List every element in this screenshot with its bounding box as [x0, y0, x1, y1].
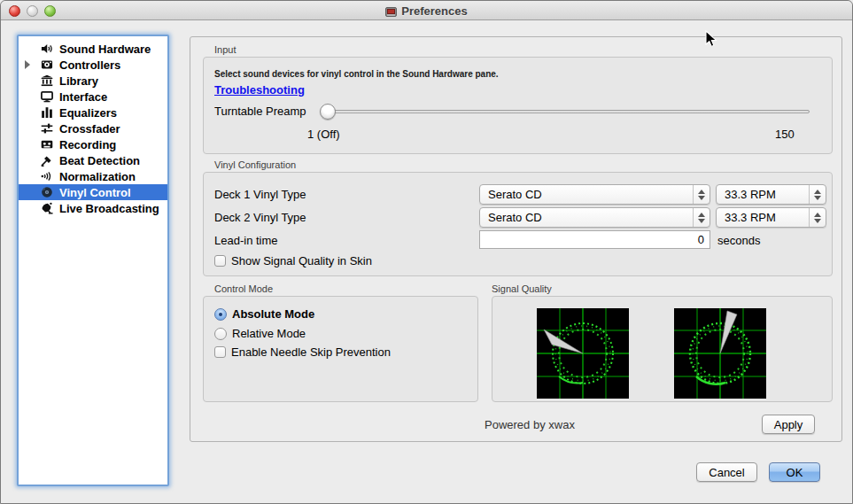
sidebar-item-label: Equalizers [59, 106, 117, 120]
sidebar-item-vinyl-control[interactable]: Vinyl Control [19, 184, 167, 200]
sidebar-item-label: Recording [59, 138, 116, 151]
sidebar-item-sound-hardware[interactable]: Sound Hardware [19, 41, 167, 57]
sidebar-item-controllers[interactable]: Controllers [19, 57, 167, 73]
stepper-arrows-icon [693, 208, 710, 227]
popup-selected-value: 33.3 RPM [725, 188, 776, 201]
deck1-signal-scope [537, 308, 629, 402]
sidebar-item-interface[interactable]: Interface [19, 89, 167, 105]
signal-quality-groupbox [492, 296, 833, 402]
vinyl-record-icon [40, 186, 53, 199]
show-signal-quality-checkbox[interactable] [214, 255, 226, 267]
relative-mode-radio[interactable] [214, 328, 227, 340]
crossfader-icon [40, 122, 53, 136]
title-bar[interactable]: Preferences [1, 1, 852, 20]
stepper-arrows-icon [693, 185, 710, 204]
deck2-vinyl-type-popup[interactable]: Serato CD [479, 207, 710, 228]
needle-skip-checkbox[interactable] [214, 346, 226, 358]
controller-icon [40, 58, 53, 72]
sidebar-item-label: Live Broadcasting [59, 202, 159, 215]
deck1-rpm-popup[interactable]: 33.3 RPM [716, 184, 826, 205]
turntable-preamp-slider[interactable] [321, 110, 810, 113]
stepper-arrows-icon [809, 185, 826, 204]
deck2-signal-scope [674, 308, 766, 402]
leadin-time-label: Lead-in time [214, 234, 278, 247]
sidebar-item-label: Normalization [59, 170, 136, 183]
ok-button[interactable]: OK [769, 462, 820, 482]
sidebar-item-label: Beat Detection [59, 154, 140, 167]
preferences-sidebar: Sound Hardware Controllers Library Inter… [17, 35, 169, 486]
sidebar-item-label: Sound Hardware [59, 43, 151, 56]
speaker-icon [40, 43, 53, 56]
sidebar-item-beat-detection[interactable]: Beat Detection [19, 152, 167, 168]
sidebar-item-live-broadcasting[interactable]: Live Broadcasting [19, 200, 167, 216]
absolute-mode-radio[interactable] [214, 308, 227, 321]
deck2-vinyl-type-label: Deck 2 Vinyl Type [214, 211, 306, 224]
hammer-icon [40, 154, 53, 167]
cancel-button[interactable]: Cancel [696, 462, 757, 482]
vinyl-config-group-title: Vinyl Configuration [214, 159, 296, 170]
needle-skip-label: Enable Needle Skip Prevention [231, 345, 391, 359]
control-mode-group-title: Control Mode [214, 283, 273, 294]
preamp-min-label: 1 (Off) [307, 128, 340, 141]
window-title: Preferences [401, 4, 467, 18]
leadin-unit-label: seconds [717, 234, 760, 247]
deck1-vinyl-type-popup[interactable]: Serato CD [479, 184, 710, 205]
sidebar-item-normalization[interactable]: Normalization [19, 168, 167, 184]
show-signal-quality-row: Show Signal Quality in Skin [214, 254, 372, 268]
popup-selected-value: Serato CD [488, 188, 542, 201]
preamp-max-label: 150 [775, 128, 795, 141]
needle-skip-row: Enable Needle Skip Prevention [214, 345, 391, 359]
sidebar-item-label: Vinyl Control [59, 186, 131, 199]
sidebar-item-label: Controllers [59, 58, 120, 72]
input-help-text: Select sound devices for vinyl control i… [214, 69, 499, 79]
sound-waves-icon [40, 170, 53, 183]
deck1-vinyl-type-label: Deck 1 Vinyl Type [214, 188, 306, 201]
popup-selected-value: 33.3 RPM [725, 211, 776, 224]
sidebar-item-crossfader[interactable]: Crossfader [19, 120, 167, 136]
monitor-icon [40, 90, 53, 104]
popup-selected-value: Serato CD [488, 211, 542, 224]
sidebar-item-recording[interactable]: Recording [19, 136, 167, 152]
vinyl-control-pane: Input Select sound devices for vinyl con… [190, 36, 842, 442]
slider-knob[interactable] [320, 104, 336, 120]
show-signal-quality-label: Show Signal Quality in Skin [231, 254, 372, 268]
satellite-dish-icon [40, 202, 53, 215]
stepper-arrows-icon [809, 208, 826, 227]
cassette-icon [40, 138, 53, 151]
mouse-cursor [705, 30, 717, 49]
preferences-window: Preferences Sound Hardware Controllers L… [0, 0, 853, 504]
apply-button[interactable]: Apply [762, 415, 815, 434]
powered-by-xwax-label: Powered by xwax [485, 418, 575, 431]
relative-mode-label: Relative Mode [232, 327, 306, 340]
troubleshooting-link[interactable]: Troubleshooting [214, 83, 305, 97]
input-group-title: Input [214, 44, 236, 55]
sidebar-item-library[interactable]: Library [19, 73, 167, 89]
turntable-preamp-label: Turntable Preamp [214, 105, 306, 118]
sidebar-item-label: Crossfader [59, 122, 120, 136]
sidebar-item-label: Interface [59, 90, 107, 104]
sidebar-item-equalizers[interactable]: Equalizers [19, 105, 167, 120]
deck2-rpm-popup[interactable]: 33.3 RPM [716, 207, 826, 228]
library-icon [40, 74, 53, 88]
relative-mode-row: Relative Mode [214, 327, 306, 340]
equalizer-bars-icon [40, 106, 53, 120]
absolute-mode-label: Absolute Mode [232, 307, 314, 321]
disclosure-triangle-icon[interactable] [25, 60, 30, 69]
app-mixer-icon [385, 5, 397, 17]
leadin-time-input[interactable] [479, 230, 710, 249]
signal-quality-group-title: Signal Quality [492, 283, 552, 294]
sidebar-item-label: Library [59, 74, 98, 88]
absolute-mode-row: Absolute Mode [214, 307, 314, 321]
